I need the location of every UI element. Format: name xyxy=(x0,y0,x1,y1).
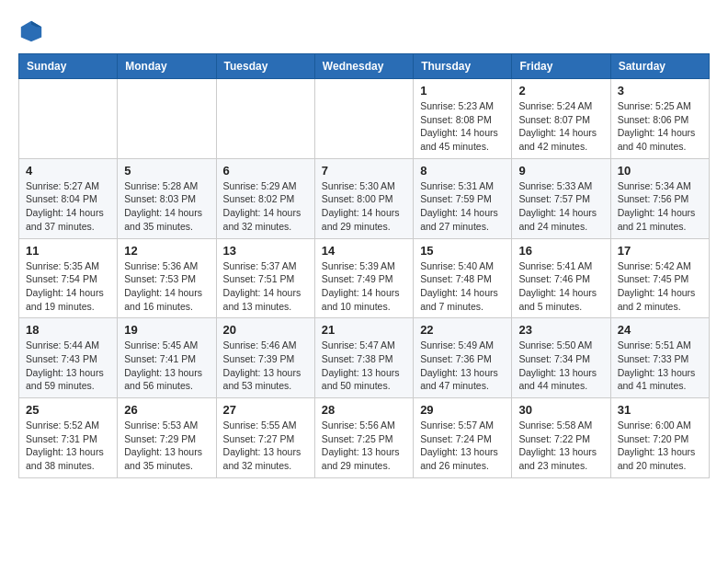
calendar-cell: 26Sunrise: 5:53 AM Sunset: 7:29 PM Dayli… xyxy=(118,398,216,478)
day-number: 5 xyxy=(124,164,209,178)
day-info: Sunrise: 5:39 AM Sunset: 7:49 PM Dayligh… xyxy=(322,259,406,314)
calendar-cell: 20Sunrise: 5:46 AM Sunset: 7:39 PM Dayli… xyxy=(216,318,314,398)
day-number: 3 xyxy=(618,84,702,98)
calendar: SundayMondayTuesdayWednesdayThursdayFrid… xyxy=(18,53,710,478)
day-info: Sunrise: 5:25 AM Sunset: 8:06 PM Dayligh… xyxy=(618,99,702,154)
day-number: 8 xyxy=(420,164,505,178)
day-info: Sunrise: 5:35 AM Sunset: 7:54 PM Dayligh… xyxy=(26,259,110,314)
day-number: 22 xyxy=(420,323,505,337)
calendar-cell: 30Sunrise: 5:58 AM Sunset: 7:22 PM Dayli… xyxy=(512,398,610,478)
day-info: Sunrise: 5:24 AM Sunset: 8:07 PM Dayligh… xyxy=(518,99,603,154)
calendar-cell: 23Sunrise: 5:50 AM Sunset: 7:34 PM Dayli… xyxy=(512,318,610,398)
weekday-header-thursday: Thursday xyxy=(414,54,512,79)
calendar-cell: 18Sunrise: 5:44 AM Sunset: 7:43 PM Dayli… xyxy=(19,318,118,398)
day-number: 30 xyxy=(518,403,603,417)
day-number: 31 xyxy=(618,403,702,417)
day-number: 2 xyxy=(518,84,603,98)
day-number: 19 xyxy=(124,323,209,337)
page: SundayMondayTuesdayWednesdayThursdayFrid… xyxy=(0,0,728,488)
calendar-cell: 25Sunrise: 5:52 AM Sunset: 7:31 PM Dayli… xyxy=(19,398,118,478)
logo-icon xyxy=(18,18,44,44)
calendar-cell: 15Sunrise: 5:40 AM Sunset: 7:48 PM Dayli… xyxy=(414,238,512,318)
calendar-cell: 12Sunrise: 5:36 AM Sunset: 7:53 PM Dayli… xyxy=(118,238,216,318)
day-number: 15 xyxy=(420,244,505,258)
calendar-cell: 14Sunrise: 5:39 AM Sunset: 7:49 PM Dayli… xyxy=(314,238,413,318)
calendar-cell: 27Sunrise: 5:55 AM Sunset: 7:27 PM Dayli… xyxy=(216,398,314,478)
day-info: Sunrise: 5:41 AM Sunset: 7:46 PM Dayligh… xyxy=(518,259,603,314)
day-number: 1 xyxy=(420,84,505,98)
day-number: 29 xyxy=(420,403,505,417)
calendar-cell: 31Sunrise: 6:00 AM Sunset: 7:20 PM Dayli… xyxy=(610,398,709,478)
calendar-cell xyxy=(314,79,413,159)
weekday-header-friday: Friday xyxy=(512,54,610,79)
weekday-header-monday: Monday xyxy=(118,54,216,79)
day-info: Sunrise: 5:36 AM Sunset: 7:53 PM Dayligh… xyxy=(124,259,209,314)
week-row-3: 11Sunrise: 5:35 AM Sunset: 7:54 PM Dayli… xyxy=(19,238,710,318)
day-number: 27 xyxy=(223,403,308,417)
day-info: Sunrise: 5:56 AM Sunset: 7:25 PM Dayligh… xyxy=(322,419,406,473)
day-number: 11 xyxy=(26,244,110,258)
calendar-cell: 21Sunrise: 5:47 AM Sunset: 7:38 PM Dayli… xyxy=(314,318,413,398)
calendar-cell: 13Sunrise: 5:37 AM Sunset: 7:51 PM Dayli… xyxy=(216,238,314,318)
weekday-header-wednesday: Wednesday xyxy=(314,54,413,79)
calendar-cell xyxy=(118,79,216,159)
day-number: 23 xyxy=(518,323,603,337)
calendar-cell: 24Sunrise: 5:51 AM Sunset: 7:33 PM Dayli… xyxy=(610,318,709,398)
day-info: Sunrise: 5:40 AM Sunset: 7:48 PM Dayligh… xyxy=(420,259,505,314)
weekday-header-tuesday: Tuesday xyxy=(216,54,314,79)
calendar-cell: 1Sunrise: 5:23 AM Sunset: 8:08 PM Daylig… xyxy=(414,79,512,159)
day-number: 9 xyxy=(518,164,603,178)
calendar-cell: 8Sunrise: 5:31 AM Sunset: 7:59 PM Daylig… xyxy=(414,158,512,238)
week-row-4: 18Sunrise: 5:44 AM Sunset: 7:43 PM Dayli… xyxy=(19,318,710,398)
calendar-cell: 6Sunrise: 5:29 AM Sunset: 8:02 PM Daylig… xyxy=(216,158,314,238)
day-info: Sunrise: 5:33 AM Sunset: 7:57 PM Dayligh… xyxy=(518,179,603,234)
day-info: Sunrise: 5:45 AM Sunset: 7:41 PM Dayligh… xyxy=(124,339,209,393)
calendar-cell: 17Sunrise: 5:42 AM Sunset: 7:45 PM Dayli… xyxy=(610,238,709,318)
weekday-header-sunday: Sunday xyxy=(19,54,118,79)
logo xyxy=(18,18,48,44)
day-number: 24 xyxy=(618,323,702,337)
weekday-header-saturday: Saturday xyxy=(610,54,709,79)
day-number: 26 xyxy=(124,403,209,417)
day-info: Sunrise: 5:27 AM Sunset: 8:04 PM Dayligh… xyxy=(26,179,110,234)
calendar-cell: 7Sunrise: 5:30 AM Sunset: 8:00 PM Daylig… xyxy=(314,158,413,238)
day-info: Sunrise: 5:55 AM Sunset: 7:27 PM Dayligh… xyxy=(223,419,308,473)
day-info: Sunrise: 5:58 AM Sunset: 7:22 PM Dayligh… xyxy=(518,419,603,473)
day-info: Sunrise: 5:34 AM Sunset: 7:56 PM Dayligh… xyxy=(618,179,702,234)
week-row-2: 4Sunrise: 5:27 AM Sunset: 8:04 PM Daylig… xyxy=(19,158,710,238)
calendar-header: SundayMondayTuesdayWednesdayThursdayFrid… xyxy=(19,54,710,79)
day-number: 16 xyxy=(518,244,603,258)
weekday-header-row: SundayMondayTuesdayWednesdayThursdayFrid… xyxy=(19,54,710,79)
week-row-1: 1Sunrise: 5:23 AM Sunset: 8:08 PM Daylig… xyxy=(19,79,710,159)
day-info: Sunrise: 5:51 AM Sunset: 7:33 PM Dayligh… xyxy=(618,339,702,393)
day-number: 18 xyxy=(26,323,110,337)
day-number: 14 xyxy=(322,244,406,258)
calendar-cell: 22Sunrise: 5:49 AM Sunset: 7:36 PM Dayli… xyxy=(414,318,512,398)
day-info: Sunrise: 5:57 AM Sunset: 7:24 PM Dayligh… xyxy=(420,419,505,473)
day-info: Sunrise: 5:30 AM Sunset: 8:00 PM Dayligh… xyxy=(322,179,406,234)
day-number: 4 xyxy=(26,164,110,178)
day-info: Sunrise: 5:23 AM Sunset: 8:08 PM Dayligh… xyxy=(420,99,505,154)
day-info: Sunrise: 5:44 AM Sunset: 7:43 PM Dayligh… xyxy=(26,339,110,393)
day-info: Sunrise: 5:52 AM Sunset: 7:31 PM Dayligh… xyxy=(26,419,110,473)
day-info: Sunrise: 5:31 AM Sunset: 7:59 PM Dayligh… xyxy=(420,179,505,234)
header xyxy=(18,18,710,44)
day-number: 7 xyxy=(322,164,406,178)
day-number: 20 xyxy=(223,323,308,337)
calendar-cell: 4Sunrise: 5:27 AM Sunset: 8:04 PM Daylig… xyxy=(19,158,118,238)
day-info: Sunrise: 5:28 AM Sunset: 8:03 PM Dayligh… xyxy=(124,179,209,234)
day-info: Sunrise: 5:42 AM Sunset: 7:45 PM Dayligh… xyxy=(618,259,702,314)
day-number: 17 xyxy=(618,244,702,258)
calendar-cell: 19Sunrise: 5:45 AM Sunset: 7:41 PM Dayli… xyxy=(118,318,216,398)
calendar-cell: 9Sunrise: 5:33 AM Sunset: 7:57 PM Daylig… xyxy=(512,158,610,238)
day-number: 6 xyxy=(223,164,308,178)
day-info: Sunrise: 5:46 AM Sunset: 7:39 PM Dayligh… xyxy=(223,339,308,393)
day-number: 21 xyxy=(322,323,406,337)
day-number: 28 xyxy=(322,403,406,417)
day-info: Sunrise: 5:53 AM Sunset: 7:29 PM Dayligh… xyxy=(124,419,209,473)
day-info: Sunrise: 6:00 AM Sunset: 7:20 PM Dayligh… xyxy=(618,419,702,473)
day-info: Sunrise: 5:29 AM Sunset: 8:02 PM Dayligh… xyxy=(223,179,308,234)
day-number: 10 xyxy=(618,164,702,178)
calendar-cell: 28Sunrise: 5:56 AM Sunset: 7:25 PM Dayli… xyxy=(314,398,413,478)
calendar-cell xyxy=(19,79,118,159)
